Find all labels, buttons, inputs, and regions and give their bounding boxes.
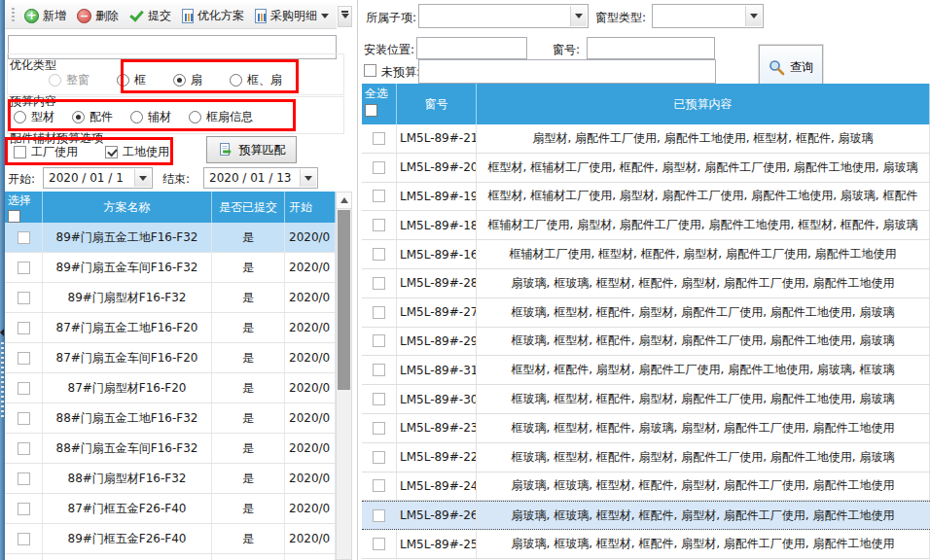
column-header-submitted[interactable]: 是否已提交 — [212, 192, 285, 223]
radio-whole-window[interactable]: 整窗 — [49, 72, 89, 88]
row-select-checkbox[interactable] — [373, 451, 385, 464]
plan-row[interactable]: 88#门扇五金车间F16-F32是2020/0 — [5, 434, 336, 464]
row-select-checkbox[interactable] — [373, 509, 385, 522]
window-row[interactable]: LM5L-89#-31F29框型材, 框配件, 扇型材, 扇配件工厂使用, 扇配… — [362, 356, 930, 385]
start-date-cell: 2020/0 — [285, 223, 336, 252]
window-type-dropdown[interactable] — [745, 6, 762, 26]
radio-accessory[interactable]: 配件 — [72, 109, 113, 125]
window-row[interactable]: LM5L-89#-18F16框辅材工厂使用, 扇型材, 扇配件工厂使用, 扇配件… — [362, 211, 930, 240]
plan-row[interactable]: 89#门扇型材F16-F32是2020/0 — [5, 283, 336, 313]
row-select-checkbox[interactable] — [373, 277, 385, 290]
window-row[interactable]: LM5L-89#-22F20框玻璃, 框型材, 框配件, 扇型材, 扇配件工厂使… — [362, 443, 930, 472]
row-select-checkbox[interactable] — [373, 334, 385, 347]
column-header-window-no[interactable]: 窗号 — [397, 84, 477, 124]
date-end-editor[interactable]: 2020 / 01 / 13 — [203, 167, 318, 189]
plan-table-scrollbar[interactable] — [336, 192, 352, 560]
row-select-checkbox[interactable] — [18, 231, 30, 244]
window-row[interactable]: LM5L-89#-26F24扇玻璃, 框玻璃, 框型材, 框配件, 扇型材, 扇… — [362, 501, 930, 530]
radio-frame-sash[interactable]: 框、扇 — [230, 72, 282, 88]
chevron-down-icon[interactable] — [321, 14, 329, 22]
plan-row[interactable]: 89#门扇五金工地F16-F32是2020/0 — [5, 223, 336, 253]
row-select-checkbox[interactable] — [18, 292, 30, 304]
checkbox-site-use[interactable]: 工地使用 — [105, 144, 169, 160]
radio-profile[interactable]: 型材 — [14, 109, 54, 125]
toolbar-button-purchase-detail[interactable]: 采购明细 — [251, 6, 333, 26]
window-row[interactable]: LM5L-89#-23F21框玻璃, 框型材, 框配件, 扇玻璃, 扇型材, 扇… — [362, 414, 930, 443]
toolbar-button-optimize-plan[interactable]: 优化方案 — [178, 6, 248, 26]
plan-row[interactable]: 87#门扇型材F16-F20是2020/0 — [5, 373, 336, 403]
row-select-checkbox[interactable] — [18, 352, 30, 365]
checkbox-factory-use[interactable]: 工厂使用 — [14, 144, 78, 160]
select-all-windows-checkbox[interactable] — [365, 104, 377, 117]
row-select-checkbox[interactable] — [373, 132, 385, 145]
install-position-input[interactable] — [416, 37, 527, 59]
row-select-checkbox[interactable] — [373, 190, 385, 202]
plan-row[interactable]: 87#门扇五金工地F16-F20是2020/0 — [5, 313, 336, 343]
column-header-select-all[interactable]: 全选 — [362, 84, 397, 124]
window-table-header: 全选 窗号 已预算内容 — [362, 84, 930, 124]
window-row[interactable]: LM5L-89#-19F17框型材, 框辅材工厂使用, 扇型材, 扇配件工厂使用… — [362, 183, 930, 212]
window-row[interactable]: LM5L-89#-29F27框玻璃, 框型材, 框配件, 扇型材, 扇配件工厂使… — [362, 328, 930, 357]
select-all-plans-checkbox[interactable] — [8, 210, 20, 223]
window-row[interactable]: LM5L-89#-21F19扇型材, 扇配件工厂使用, 扇配件工地使用, 框型材… — [362, 124, 930, 154]
sub-item-dropdown[interactable] — [570, 6, 587, 26]
row-select-checkbox[interactable] — [18, 533, 30, 545]
row-select-checkbox[interactable] — [18, 472, 30, 485]
radio-frame[interactable]: 框 — [117, 72, 146, 88]
sub-item-combobox[interactable] — [418, 4, 589, 28]
radio-aux-material[interactable]: 辅材 — [130, 109, 171, 125]
window-row[interactable]: LM5L-89#-16F15框辅材工厂使用, 框型材, 框配件, 扇型材, 扇配… — [362, 240, 930, 269]
window-type-combobox[interactable] — [652, 4, 764, 28]
date-start-editor[interactable]: 2020 / 01 / 1 — [43, 167, 153, 189]
row-select-checkbox[interactable] — [18, 503, 30, 515]
column-header-select[interactable]: 选择 — [5, 192, 43, 223]
row-select-checkbox[interactable] — [373, 393, 385, 405]
radio-sash[interactable]: 扇 — [173, 72, 202, 88]
row-select-checkbox[interactable] — [373, 219, 385, 231]
date-end-dropdown[interactable] — [300, 169, 316, 187]
column-header-budgeted-content[interactable]: 已预算内容 — [477, 84, 930, 124]
scroll-up-button[interactable] — [337, 192, 351, 209]
select-cell — [362, 443, 397, 472]
row-select-checkbox[interactable] — [373, 161, 385, 174]
row-select-checkbox[interactable] — [373, 538, 385, 550]
row-select-checkbox[interactable] — [373, 422, 385, 435]
window-row[interactable]: LM5L-89#-28F26扇玻璃, 框玻璃, 框型材, 框配件, 扇型材, 扇… — [362, 269, 930, 298]
no-budget-input[interactable] — [418, 59, 716, 84]
plan-row[interactable]: 87#门框五金F26-F40是2020/0 — [5, 494, 336, 524]
plan-row[interactable]: 88#门扇五金工地F16-F32是2020/0 — [5, 403, 336, 434]
toolbar-button-delete[interactable]: 删除 — [73, 6, 123, 26]
column-header-start[interactable]: 开始 — [285, 192, 336, 223]
row-select-checkbox[interactable] — [373, 479, 385, 492]
row-select-checkbox[interactable] — [373, 364, 385, 376]
column-header-plan-name[interactable]: 方案名称 — [43, 192, 212, 223]
no-budget-checkbox[interactable] — [364, 64, 376, 77]
row-select-checkbox[interactable] — [373, 306, 385, 319]
plan-row[interactable]: 88#门框五金F21-F40是2020/0 — [5, 554, 336, 560]
row-select-checkbox[interactable] — [18, 412, 30, 425]
row-select-checkbox[interactable] — [373, 248, 385, 261]
row-select-checkbox[interactable] — [18, 442, 30, 455]
usage-checkboxes: 工厂使用工地使用 — [14, 143, 169, 160]
row-select-checkbox[interactable] — [18, 322, 30, 334]
toolbar-button-submit[interactable]: 提交 — [125, 6, 175, 26]
scrollbar-thumb[interactable] — [338, 210, 350, 390]
row-select-checkbox[interactable] — [18, 262, 30, 274]
window-row[interactable]: LM5L-89#-24F22扇玻璃, 框玻璃, 框型材, 框配件, 扇型材, 扇… — [362, 472, 930, 502]
toolbar-overflow-button[interactable] — [338, 6, 352, 27]
window-row[interactable]: LM5L-89#-30F28框玻璃, 框型材, 框配件, 扇型材, 扇配件工厂使… — [362, 385, 930, 414]
splitter-collapse-icon[interactable] — [0, 329, 4, 336]
plan-row[interactable]: 89#门框五金F26-F40是2020/0 — [5, 524, 336, 554]
radio-frame-sash-info[interactable]: 框扇信息 — [189, 109, 253, 125]
plan-row[interactable]: 87#门扇五金车间F16-F20是2020/0 — [5, 343, 336, 373]
row-select-checkbox[interactable] — [18, 382, 30, 395]
window-row[interactable]: LM5L-89#-20F18框型材, 框辅材工厂使用, 框配件, 扇型材, 扇配… — [362, 154, 930, 183]
window-row[interactable]: LM5L-89#-27F25框玻璃, 框型材, 框配件, 扇型材, 扇配件工厂使… — [362, 298, 930, 328]
date-start-dropdown[interactable] — [134, 169, 151, 187]
toolbar-button-add[interactable]: 新增 — [20, 6, 70, 26]
budget-match-button[interactable]: 预算匹配 — [206, 136, 297, 163]
window-row[interactable]: LM5L-89#-25F23扇玻璃, 框玻璃, 框型材, 框配件, 扇型材, 扇… — [362, 530, 930, 559]
plan-row[interactable]: 89#门扇五金车间F16-F32是2020/0 — [5, 253, 336, 283]
plan-row[interactable]: 88#门扇型材F16-F32是2020/0 — [5, 464, 336, 494]
window-no-input[interactable] — [587, 37, 715, 59]
